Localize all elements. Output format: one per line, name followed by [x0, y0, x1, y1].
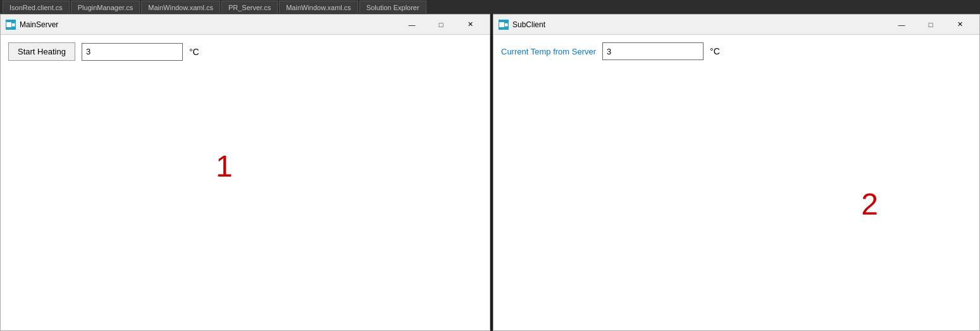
unit-label-main: °C: [189, 47, 199, 57]
tab-solution-explorer[interactable]: Solution Explorer: [359, 1, 426, 13]
temp-input-main[interactable]: [82, 43, 183, 61]
unit-label-sub: °C: [710, 46, 720, 56]
sub-client-close-button[interactable]: ✕: [945, 15, 974, 35]
tab-bar: IsonRed.client.cs PluginManager.cs MainW…: [0, 0, 980, 14]
sub-client-title: SubClient: [512, 20, 887, 29]
sub-client-window: ■ SubClient — □ ✕ Current Temp from Serv…: [493, 14, 980, 331]
tab-mainwindow-1[interactable]: MainWindow.xaml.cs: [141, 1, 220, 13]
big-number-2: 2: [861, 187, 878, 222]
main-server-icon: ■: [6, 20, 16, 30]
sub-client-content: Current Temp from Server °C 2: [493, 35, 979, 330]
main-server-window: ■ MainServer — □ ✕ Start Heating °C 1: [0, 14, 490, 331]
sub-client-icon: ■: [499, 20, 509, 30]
sub-client-maximize-button[interactable]: □: [916, 15, 945, 35]
temp-input-sub[interactable]: [602, 42, 704, 60]
main-server-title: MainServer: [20, 20, 397, 29]
tab-isonred[interactable]: IsonRed.client.cs: [3, 1, 70, 13]
sub-client-controls: — □ ✕: [887, 15, 974, 35]
start-heating-button[interactable]: Start Heating: [8, 42, 75, 61]
windows-area: ■ MainServer — □ ✕ Start Heating °C 1 ■ …: [0, 14, 980, 331]
main-server-toolbar: Start Heating °C: [8, 42, 482, 61]
sub-client-title-bar: ■ SubClient — □ ✕: [493, 15, 979, 35]
sub-client-toolbar: Current Temp from Server °C: [501, 42, 972, 60]
main-server-minimize-button[interactable]: —: [397, 15, 426, 35]
main-server-close-button[interactable]: ✕: [456, 15, 485, 35]
main-server-title-bar: ■ MainServer — □ ✕: [1, 15, 490, 35]
tab-mainwindow-2[interactable]: MainWindow.xaml.cs: [279, 1, 358, 13]
tab-pluginmanager[interactable]: PluginManager.cs: [71, 1, 140, 13]
main-server-maximize-button[interactable]: □: [426, 15, 456, 35]
tab-pr-server[interactable]: PR_Server.cs: [221, 1, 278, 13]
current-temp-label: Current Temp from Server: [501, 47, 596, 56]
sub-client-minimize-button[interactable]: —: [887, 15, 916, 35]
big-number-1: 1: [216, 149, 233, 184]
main-server-content: Start Heating °C 1: [1, 35, 490, 330]
main-server-controls: — □ ✕: [397, 15, 485, 35]
